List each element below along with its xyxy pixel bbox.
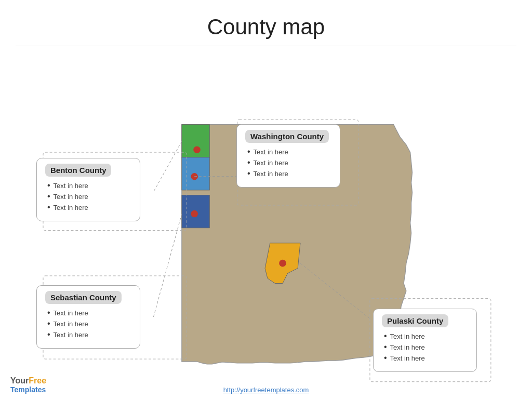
svg-line-10 (153, 214, 182, 319)
sebastian-item-1: Text in here (47, 308, 131, 317)
pulaski-item-3: Text in here (384, 353, 468, 363)
benton-item-2: Text in here (47, 192, 131, 201)
benton-callout: Benton County Text in here Text in here … (36, 158, 140, 221)
benton-item-1: Text in here (47, 181, 131, 190)
washington-item-2: Text in here (247, 158, 331, 167)
sebastian-title: Sebastian County (45, 291, 122, 304)
main-area: Benton County Text in here Text in here … (0, 51, 532, 394)
svg-rect-0 (182, 125, 209, 157)
benton-item-3: Text in here (47, 203, 131, 212)
svg-point-3 (191, 173, 198, 180)
benton-title: Benton County (45, 164, 111, 177)
logo-templates: Templates (10, 385, 46, 394)
svg-rect-2 (182, 157, 209, 190)
sebastian-callout: Sebastian County Text in here Text in he… (36, 285, 140, 349)
washington-callout: Washington County Text in here Text in h… (236, 124, 340, 188)
pulaski-callout: Pulaski County Text in here Text in here… (373, 309, 477, 372)
sebastian-item-3: Text in here (47, 330, 131, 339)
svg-rect-4 (182, 195, 209, 228)
title-divider (16, 46, 516, 46)
pulaski-item-1: Text in here (384, 331, 468, 341)
benton-list: Text in here Text in here Text in here (45, 181, 131, 212)
footer: YourFree Templates http://yourfreetempla… (0, 386, 532, 394)
svg-point-6 (279, 260, 286, 267)
logo-your: YourFree (10, 376, 46, 385)
washington-list: Text in here Text in here Text in here (245, 147, 331, 178)
pulaski-title: Pulaski County (382, 314, 448, 327)
footer-link[interactable]: http://yourfreetemplates.com (223, 386, 309, 394)
sebastian-item-2: Text in here (47, 319, 131, 328)
footer-logo: YourFree Templates (10, 376, 46, 394)
pulaski-item-2: Text in here (384, 342, 468, 352)
washington-item-3: Text in here (247, 169, 331, 178)
pulaski-list: Text in here Text in here Text in here (382, 331, 468, 363)
washington-title: Washington County (245, 130, 329, 143)
svg-point-1 (193, 146, 201, 153)
page-title: County map (0, 0, 532, 46)
sebastian-list: Text in here Text in here Text in here (45, 308, 131, 339)
svg-point-5 (191, 210, 198, 218)
washington-item-1: Text in here (247, 147, 331, 156)
svg-line-7 (153, 141, 182, 193)
svg-line-11 (300, 263, 370, 319)
